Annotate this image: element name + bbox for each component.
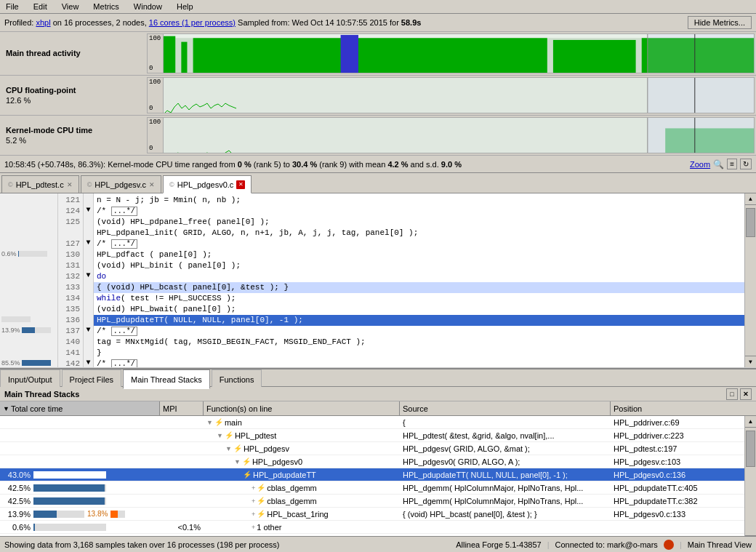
col-header-mpi[interactable]: MPI bbox=[160, 401, 204, 415]
func-cell-pdupdateTT: ⚡ HPL_pdupdateTT bbox=[204, 470, 400, 480]
pos-cell-pdupdateTT: HPL_pdgesv0.c:136 bbox=[611, 470, 744, 480]
col-header-source[interactable]: Source bbox=[400, 401, 611, 415]
panel-icons: □ ✕ bbox=[726, 388, 752, 400]
menu-edit[interactable]: Edit bbox=[31, 1, 50, 12]
scale-bot-2: 0 bbox=[149, 145, 161, 152]
zoom-icon[interactable]: 🔍 bbox=[713, 159, 724, 169]
refresh-icon[interactable]: ↻ bbox=[740, 159, 752, 169]
app-name: Allinea Forge 5.1-43857 bbox=[456, 540, 541, 549]
tab-close-3[interactable]: ✕ bbox=[236, 180, 245, 189]
svg-rect-11 bbox=[648, 78, 754, 113]
stack-rows-container: ▼ ⚡ main { HPL_pddriver.c:69 ▼ ⚡ bbox=[0, 416, 756, 547]
tab-functions[interactable]: Functions bbox=[212, 369, 262, 388]
tree-icon-cblas1[interactable]: + bbox=[252, 484, 255, 492]
stack-scrollbar-v[interactable]: ▲ ▼ bbox=[744, 416, 756, 547]
stack-scroll-up[interactable]: ▲ bbox=[745, 416, 756, 428]
stack-row-pdupdateTT[interactable]: 43.0% ⚡ HPL_pdupdateTT HPL_pdupdateTT( N… bbox=[0, 468, 744, 481]
func-icon-cblas2: ⚡ bbox=[257, 497, 265, 505]
stack-row-pdgesv0[interactable]: ▼ ⚡ HPL_pdgesv0 HPL_pdgesv0( GRID, ALGO,… bbox=[0, 455, 744, 468]
mpi-cell-pdtest bbox=[160, 435, 204, 436]
cores-link[interactable]: 16 cores (1 per process) bbox=[149, 18, 236, 27]
time-cell-pdgesv0 bbox=[0, 461, 160, 463]
pos-cell-main: HPL_pddriver.c:69 bbox=[611, 417, 744, 428]
stack-row-pdgesv[interactable]: ▼ ⚡ HPL_pdgesv HPL_pdgesv( GRID, ALGO, &… bbox=[0, 442, 744, 455]
time-cell-other: 0.6% bbox=[0, 522, 160, 532]
tab-main-thread-stacks[interactable]: Main Thread Stacks bbox=[123, 369, 210, 389]
panel-close-icon[interactable]: ✕ bbox=[740, 388, 752, 400]
file-tabs-bar: © HPL_pdtest.c ✕ © HPL_pdgesv.c ✕ © HPL_… bbox=[0, 173, 756, 193]
tree-arrow-pdgesv0[interactable]: ▼ bbox=[234, 458, 241, 465]
tree-arrow-pdgesv[interactable]: ▼ bbox=[225, 445, 232, 452]
stack-row-cblas2[interactable]: 42.5% + ⚡ cblas_dgemm HPL_dgemm( HplColu… bbox=[0, 495, 744, 508]
metric-cpu-fp-value: 12.6 % bbox=[6, 96, 140, 105]
chart-scale-fp: 100 0 bbox=[148, 78, 164, 113]
time-cell-cblas1: 42.5% bbox=[0, 483, 160, 493]
menu-help[interactable]: Help bbox=[174, 1, 196, 12]
code-line-131: (void) HPL_binit ( panel[0] ); bbox=[94, 260, 744, 271]
status-text: 10:58:45 (+50.748s, 86.3%): Kernel-mode … bbox=[4, 160, 462, 169]
pos-cell-bcast: HPL_pdgesv0.c:133 bbox=[611, 509, 744, 519]
menu-file[interactable]: File bbox=[3, 1, 22, 12]
tab-hpl-pdgesv0[interactable]: © HPL_pdgesv0.c ✕ bbox=[163, 175, 252, 193]
list-icon[interactable]: ≡ bbox=[727, 159, 737, 169]
code-scrollbar-v[interactable]: ▲ ▼ bbox=[744, 193, 756, 367]
profile-link[interactable]: xhpl bbox=[36, 18, 50, 27]
time-cell-main bbox=[0, 422, 160, 423]
bar2-bcast bbox=[110, 511, 125, 518]
app-status-bar: Showing data from 3,168 samples taken ov… bbox=[0, 536, 756, 552]
stack-row-other[interactable]: 0.6% <0.1% + 1 other bbox=[0, 521, 744, 534]
metric-main-thread-label: Main thread activity bbox=[0, 32, 145, 75]
tab-close-1[interactable]: ✕ bbox=[67, 181, 73, 188]
tree-icon-cblas2[interactable]: + bbox=[252, 497, 255, 505]
menu-view[interactable]: View bbox=[59, 1, 82, 12]
col-header-total-time[interactable]: ▼ Total core time bbox=[0, 401, 160, 415]
stack-scroll-thumb[interactable] bbox=[746, 431, 755, 467]
scrollbar-up-arrow[interactable]: ▲ bbox=[745, 193, 756, 205]
menu-metrics[interactable]: Metrics bbox=[90, 1, 121, 12]
bar-cblas1 bbox=[33, 484, 106, 492]
stack-row-main[interactable]: ▼ ⚡ main { HPL_pddriver.c:69 bbox=[0, 416, 744, 429]
profile-nodes: on 16 processes, 2 nodes, bbox=[51, 18, 149, 27]
scrollbar-thumb-code[interactable] bbox=[746, 208, 755, 237]
src-cell-bcast: { (void) HPL_bcast( panel[0], &test ); } bbox=[400, 509, 611, 519]
mpi-cell-pdgesv0 bbox=[160, 461, 204, 463]
stack-row-cblas1[interactable]: 42.5% + ⚡ cblas_dgemm HPL_dgemm( HplColu… bbox=[0, 481, 744, 495]
code-line-130: HPL_pdfact ( panel[0] ); bbox=[94, 249, 744, 260]
zoom-controls: Zoom 🔍 ≡ ↻ bbox=[690, 159, 752, 169]
tree-icon-bcast[interactable]: + bbox=[252, 511, 255, 518]
panel-maximize-icon[interactable]: □ bbox=[726, 388, 738, 400]
mpi-cell-pdgesv bbox=[160, 448, 204, 449]
bottom-panel: Main Thread Stacks □ ✕ ▼ Total core time… bbox=[0, 387, 756, 547]
code-line-141: } bbox=[94, 348, 744, 359]
menu-window[interactable]: Window bbox=[131, 1, 165, 12]
src-cell-pdgesv0: HPL_pdgesv0( GRID, ALGO, A ); bbox=[400, 457, 611, 467]
tab-hpl-pdtest[interactable]: © HPL_pdtest.c ✕ bbox=[1, 175, 79, 193]
scale-top-1: 100 bbox=[149, 79, 161, 86]
zoom-link[interactable]: Zoom bbox=[690, 160, 710, 169]
tree-arrow-main[interactable]: ▼ bbox=[206, 419, 213, 426]
tab-close-2[interactable]: ✕ bbox=[149, 181, 155, 188]
tab-input-output[interactable]: Input/Output bbox=[0, 369, 60, 388]
col-header-position[interactable]: Position bbox=[611, 401, 756, 415]
stack-row-pdtest[interactable]: ▼ ⚡ HPL_pdtest HPL_pdtest( &test, &grid,… bbox=[0, 429, 744, 442]
tab-hpl-pdgesv[interactable]: © HPL_pdgesv.c ✕ bbox=[81, 175, 161, 193]
bottom-panel-title: Main Thread Stacks bbox=[4, 390, 79, 399]
metric-kernel: Kernel-mode CPU time 5.2 % 100 0 bbox=[0, 116, 756, 156]
tree-arrow-pdtest[interactable]: ▼ bbox=[217, 432, 223, 439]
chart-content-fp bbox=[164, 78, 754, 113]
tab-icon-3: © bbox=[169, 181, 174, 188]
cpu-fp-chart-svg bbox=[164, 78, 754, 113]
bar-pdupdateTT bbox=[33, 471, 106, 479]
hide-metrics-button[interactable]: Hide Metrics... bbox=[688, 16, 752, 29]
col-header-functions[interactable]: Function(s) on line bbox=[204, 401, 400, 415]
func-cell-cblas2: + ⚡ cblas_dgemm bbox=[204, 496, 400, 506]
chart-scale-main: 100 0 bbox=[148, 34, 164, 73]
src-cell-cblas1: HPL_dgemm( HplColumnMajor, HplNoTrans, H… bbox=[400, 483, 611, 493]
scrollbar-down-arrow[interactable]: ▼ bbox=[745, 356, 756, 367]
func-name-main: main bbox=[225, 418, 242, 427]
func-icon-pdgesv: ⚡ bbox=[233, 444, 242, 452]
tree-icon-other[interactable]: + bbox=[252, 524, 255, 531]
tab-project-files[interactable]: Project Files bbox=[62, 369, 122, 388]
col-label-time: Total core time bbox=[11, 404, 63, 413]
stack-row-bcast[interactable]: 13.9% 13.8% + ⚡ HPL_bcas bbox=[0, 508, 744, 521]
